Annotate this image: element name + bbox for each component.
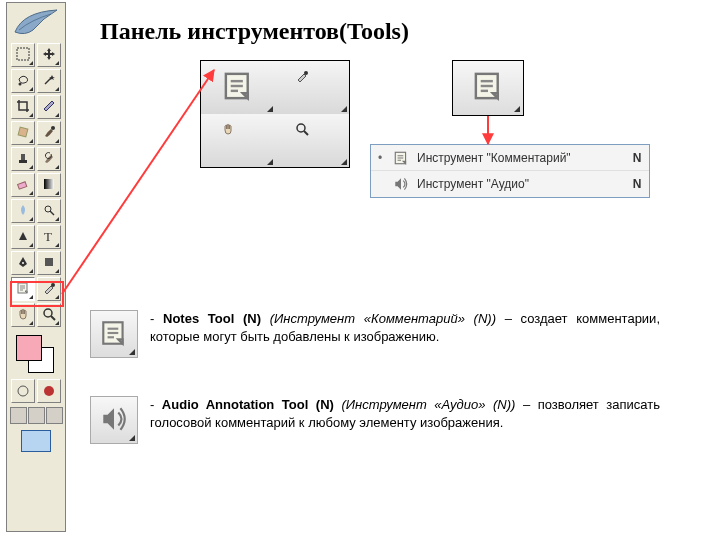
flyout-triangle-icon (267, 159, 273, 165)
heading-text-2: Tools (347, 18, 401, 44)
screen-mode-3[interactable] (46, 407, 63, 424)
flyout-triangle-icon (55, 243, 59, 247)
selection-icon (16, 47, 30, 64)
magic-wand-tool[interactable] (37, 69, 61, 93)
dodge-tool[interactable] (37, 199, 61, 223)
lasso-tool[interactable] (11, 69, 35, 93)
flyout-triangle-icon (55, 269, 59, 273)
active-dot: • (371, 151, 389, 165)
note-icon (16, 281, 30, 298)
hand-tool[interactable] (11, 303, 35, 327)
lead: - (150, 397, 162, 412)
healing-brush-tool[interactable] (11, 121, 35, 145)
screen-modes[interactable] (10, 407, 63, 424)
quickmask-mode-icon[interactable] (37, 379, 61, 403)
brush-icon (42, 125, 56, 142)
fly-label: Инструмент "Комментарий" (413, 151, 625, 165)
callout-tool-group (200, 60, 350, 168)
eyedrop-icon (295, 69, 329, 107)
note-icon (99, 318, 129, 351)
flyout-triangle-icon (55, 217, 59, 221)
fg-swatch[interactable] (16, 335, 42, 361)
audio-icon (389, 176, 413, 192)
svg-point-27 (304, 71, 308, 75)
svg-point-12 (22, 262, 24, 264)
screen-mode-1[interactable] (10, 407, 27, 424)
italic: (Инструмент «Комментарий» (N)) (261, 311, 496, 326)
blur-tool[interactable] (11, 199, 35, 223)
svg-rect-13 (45, 258, 53, 266)
slice-icon (42, 99, 56, 116)
dodge-icon (42, 203, 56, 220)
shape-tool[interactable] (37, 251, 61, 275)
zoom-icon (42, 307, 56, 324)
move-tool[interactable] (37, 43, 61, 67)
hand-big (201, 114, 275, 167)
zoom-icon (295, 122, 329, 160)
audio-desc-text: - Audio Annotation Tool (N) (Инструмент … (150, 396, 660, 431)
zoom-tool[interactable] (37, 303, 61, 327)
bold: Audio Annotation Tool (N) (162, 397, 334, 412)
eyedropper-tool[interactable] (37, 277, 61, 301)
heading-paren-open: ( (339, 18, 347, 44)
lasso-icon (16, 73, 30, 90)
fly-audio[interactable]: Инструмент "Аудио"N (371, 171, 649, 197)
svg-rect-0 (17, 48, 29, 60)
bold: Notes Tool (N) (163, 311, 261, 326)
color-swatches[interactable] (14, 333, 58, 373)
svg-rect-3 (18, 127, 28, 137)
flyout-triangle-icon (29, 139, 33, 143)
clone-stamp-tool[interactable] (11, 147, 35, 171)
eraser-tool[interactable] (11, 173, 35, 197)
svg-point-21 (18, 386, 28, 396)
flyout-triangle-icon (341, 106, 347, 112)
flyout-triangle-icon (29, 243, 33, 247)
audio-description: - Audio Annotation Tool (N) (Инструмент … (90, 396, 660, 444)
pen-tool[interactable] (11, 251, 35, 275)
blur-icon (16, 203, 30, 220)
gradient-tool[interactable] (37, 173, 61, 197)
lead: - (150, 311, 163, 326)
screen-mode-2[interactable] (28, 407, 45, 424)
type-tool[interactable]: T (37, 225, 61, 249)
flyout-triangle-icon (55, 61, 59, 65)
notes-description: - Notes Tool (N) (Инструмент «Комментари… (90, 310, 660, 358)
audio-icon (99, 404, 129, 437)
jump-to-imageready-icon[interactable] (21, 430, 51, 452)
move-icon (42, 47, 56, 64)
zoom-big (275, 114, 349, 167)
heal-icon (16, 125, 30, 142)
flyout-triangle-icon (55, 321, 59, 325)
flyout-triangle-icon (29, 165, 33, 169)
gradient-icon (42, 177, 56, 194)
eyedrop-icon (42, 281, 56, 298)
fly-notes[interactable]: •Инструмент "Комментарий"N (371, 145, 649, 171)
app-logo (11, 7, 61, 39)
callout-notes-enlarged (452, 60, 524, 116)
svg-line-29 (304, 131, 308, 135)
svg-point-19 (44, 309, 52, 317)
standard-mode-icon[interactable] (11, 379, 35, 403)
svg-text:T: T (44, 229, 52, 243)
svg-point-4 (51, 126, 55, 130)
svg-rect-7 (18, 181, 27, 188)
notes-tool[interactable] (11, 277, 35, 301)
marquee-rect-tool[interactable] (11, 43, 35, 67)
tools-grid: T (11, 43, 61, 327)
history-brush-tool[interactable] (37, 147, 61, 171)
path-select-tool[interactable] (11, 225, 35, 249)
flyout-triangle-icon (341, 159, 347, 165)
shape-icon (42, 255, 56, 272)
flyout-triangle-icon (267, 106, 273, 112)
fly-label: Инструмент "Аудио" (413, 177, 625, 191)
slice-tool[interactable] (37, 95, 61, 119)
flyout-triangle-icon (55, 139, 59, 143)
crop-tool[interactable] (11, 95, 35, 119)
history-icon (42, 151, 56, 168)
page-heading: Панель инструментов(Tools) (100, 18, 409, 45)
flyout-triangle-icon (55, 295, 59, 299)
pen-icon (16, 255, 30, 272)
brush-tool[interactable] (37, 121, 61, 145)
notes-flyout-menu[interactable]: •Инструмент "Комментарий"NИнструмент "Ау… (370, 144, 650, 198)
flyout-triangle-icon (129, 435, 135, 441)
